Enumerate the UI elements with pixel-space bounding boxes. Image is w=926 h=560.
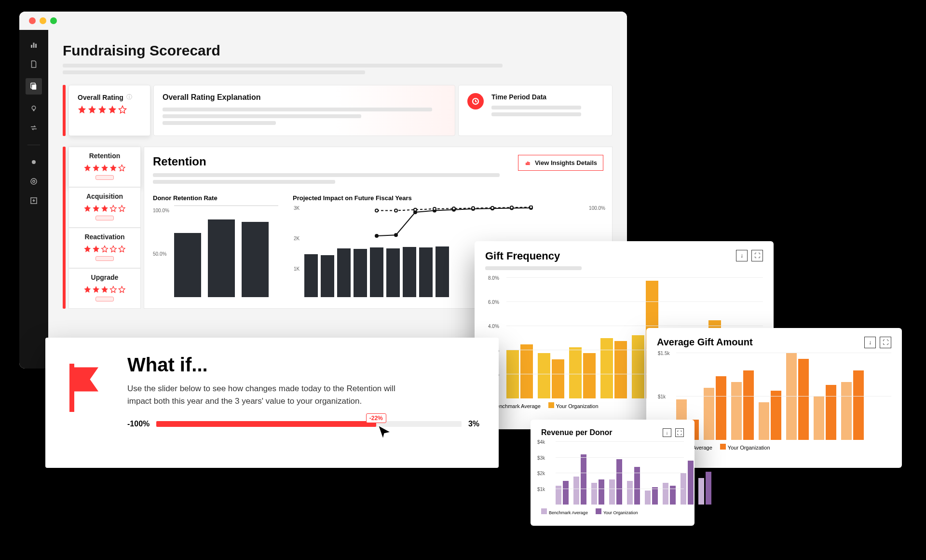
cursor-icon <box>376 424 393 440</box>
left-sidebar <box>19 30 48 369</box>
metric-tab-upgrade[interactable]: Upgrade <box>68 268 141 309</box>
close-window-icon[interactable] <box>29 17 36 24</box>
revenue-per-donor-title: Revenue per Donor <box>541 428 613 437</box>
document-icon[interactable] <box>28 59 39 69</box>
what-if-body: Use the slider below to see how changes … <box>127 382 397 407</box>
expand-icon[interactable]: ⛶ <box>675 428 684 437</box>
svg-rect-1 <box>33 43 35 48</box>
gear-icon[interactable] <box>28 176 39 187</box>
svg-point-31 <box>510 206 513 209</box>
slider-thumb[interactable]: -22% <box>366 413 386 423</box>
flag-icon <box>65 364 108 451</box>
svg-point-16 <box>395 233 397 236</box>
svg-point-5 <box>32 106 36 110</box>
metric-tab-reactivation[interactable]: Reactivation <box>68 228 141 268</box>
window-traffic-lights <box>19 12 627 30</box>
svg-point-27 <box>433 207 436 210</box>
time-period-card: Time Period Data <box>458 85 613 136</box>
svg-point-15 <box>375 234 378 237</box>
svg-rect-33 <box>69 364 74 412</box>
avg-gift-title: Average Gift Amount <box>657 337 753 348</box>
slider-max-label: 3% <box>468 420 479 428</box>
what-if-slider[interactable]: -22% <box>156 421 462 427</box>
overall-rating-label: Overall Rating <box>78 94 123 101</box>
svg-rect-14 <box>529 162 530 164</box>
svg-point-25 <box>395 209 397 212</box>
svg-rect-12 <box>526 163 527 165</box>
what-if-card: What if... Use the slider below to see h… <box>45 338 499 468</box>
copy-icon[interactable] <box>26 78 42 95</box>
what-if-title: What if... <box>127 354 479 376</box>
donor-retention-title: Donor Retention Rate <box>153 194 278 202</box>
view-insights-button[interactable]: View Insights Details <box>518 155 603 171</box>
download-icon[interactable]: ↓ <box>663 428 671 437</box>
metric-tab-retention[interactable]: Retention <box>68 147 141 187</box>
expand-icon[interactable]: ⛶ <box>751 250 763 261</box>
maximize-window-icon[interactable] <box>50 17 57 24</box>
svg-rect-6 <box>33 110 35 111</box>
transfer-icon[interactable] <box>28 123 39 133</box>
svg-point-26 <box>414 208 417 211</box>
lightbulb-icon[interactable] <box>28 103 39 114</box>
hint-icon[interactable] <box>28 157 39 167</box>
bar-chart-icon[interactable] <box>28 40 39 50</box>
svg-rect-13 <box>527 162 528 164</box>
minimize-window-icon[interactable] <box>40 17 46 24</box>
chart-icon <box>524 160 531 166</box>
download-box-icon[interactable] <box>28 195 39 206</box>
download-icon[interactable]: ↓ <box>736 250 748 261</box>
download-icon[interactable]: ↓ <box>864 337 876 348</box>
gift-frequency-title: Gift Frequency <box>485 250 582 262</box>
metric-tabs: RetentionAcquisitionReactivationUpgrade <box>68 147 141 309</box>
svg-rect-3 <box>32 84 36 90</box>
clock-icon <box>467 93 484 109</box>
svg-point-32 <box>530 206 532 209</box>
page-title: Fundraising Scorecard <box>63 42 613 59</box>
svg-point-9 <box>31 178 37 184</box>
revenue-per-donor-panel: Revenue per Donor ↓ ⛶ $1k$2k$3k$4k Bench… <box>531 420 694 526</box>
overall-explanation-title: Overall Rating Explanation <box>163 93 446 102</box>
info-icon[interactable]: ⓘ <box>126 93 132 101</box>
svg-point-30 <box>491 206 494 209</box>
time-period-title: Time Period Data <box>491 93 603 101</box>
projected-impact-title: Projected Impact on Future Fiscal Years <box>293 194 603 202</box>
expand-icon[interactable]: ⛶ <box>880 337 891 348</box>
overall-rating-stars <box>78 105 141 114</box>
svg-rect-0 <box>31 45 32 48</box>
svg-point-7 <box>32 160 36 164</box>
retention-title: Retention <box>153 155 518 168</box>
svg-point-28 <box>452 207 455 210</box>
metric-tab-acquisition[interactable]: Acquisition <box>68 187 141 228</box>
svg-point-29 <box>472 207 475 210</box>
svg-point-8 <box>33 180 35 183</box>
overall-rating-card: Overall Rating ⓘ <box>68 85 150 136</box>
svg-rect-2 <box>35 44 37 48</box>
svg-point-24 <box>375 209 378 212</box>
overall-explanation-card: Overall Rating Explanation <box>153 85 455 136</box>
slider-min-label: -100% <box>127 420 150 428</box>
donor-retention-chart: Donor Retention Rate 100.0% 50.0% <box>153 194 278 297</box>
